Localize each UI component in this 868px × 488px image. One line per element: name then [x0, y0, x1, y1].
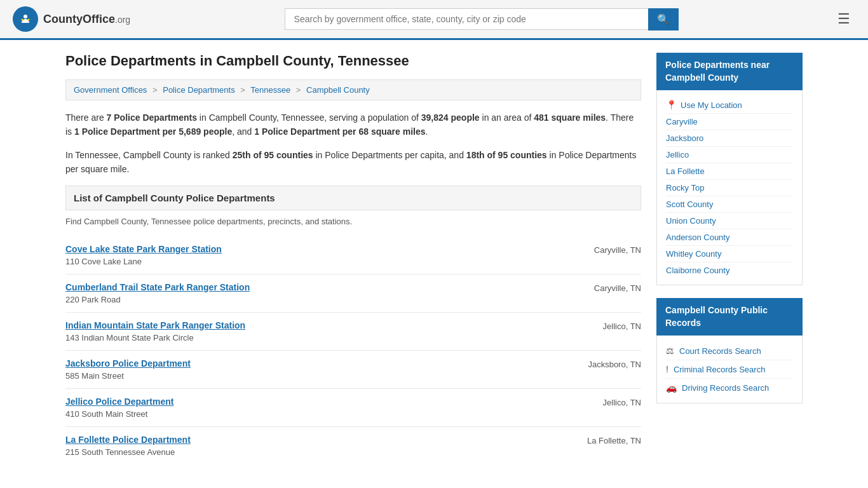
pr-label: Driving Records Search — [682, 383, 769, 393]
breadcrumb-sep-3: > — [296, 85, 301, 95]
dept-row: Cove Lake State Park Ranger Station 110 … — [65, 244, 641, 266]
site-header: CountyOffice.org 🔍 ☰ — [0, 0, 868, 40]
dept-info: Jellico Police Department 410 South Main… — [65, 396, 173, 419]
dept-address: 220 Park Road — [65, 295, 121, 304]
description-para2: In Tennessee, Campbell County is ranked … — [65, 148, 641, 177]
dept-name-link[interactable]: Cumberland Trail State Park Ranger Stati… — [65, 282, 250, 292]
content-wrapper: Police Departments in Campbell County, T… — [53, 40, 815, 477]
dept-address: 585 Main Street — [65, 371, 124, 381]
dept-info: Jacksboro Police Department 585 Main Str… — [65, 358, 191, 381]
nearby-link[interactable]: Anderson County — [666, 229, 793, 246]
sidebar-public-records-body: ⚖Court Records Search!Criminal Records S… — [656, 336, 803, 403]
public-records-link[interactable]: !Criminal Records Search — [666, 360, 793, 379]
nearby-link[interactable]: Scott County — [666, 196, 793, 213]
pr-icon: ! — [666, 364, 668, 374]
dept-row: Indian Mountain State Park Ranger Statio… — [65, 320, 641, 342]
nearby-link[interactable]: Union County — [666, 213, 793, 229]
nearby-link[interactable]: La Follette — [666, 163, 793, 180]
logo-text: CountyOffice.org — [43, 13, 130, 26]
pr-label: Court Records Search — [679, 346, 761, 356]
dept-row: La Follette Police Department 215 South … — [65, 435, 641, 457]
search-input[interactable] — [285, 8, 648, 30]
search-icon: 🔍 — [657, 14, 670, 25]
logo-icon — [13, 6, 38, 32]
list-item: Cove Lake State Park Ranger Station 110 … — [65, 236, 641, 274]
sidebar-public-records-header: Campbell County Public Records — [656, 298, 803, 336]
dept-address: 215 South Tennessee Avenue — [65, 447, 175, 457]
nearby-link[interactable]: Caryville — [666, 114, 793, 130]
dept-name-link[interactable]: Jacksboro Police Department — [65, 358, 191, 369]
dept-row: Jellico Police Department 410 South Main… — [65, 396, 641, 419]
dept-row: Jacksboro Police Department 585 Main Str… — [65, 358, 641, 381]
breadcrumb-sep-2: > — [240, 85, 245, 95]
list-item: La Follette Police Department 215 South … — [65, 427, 641, 464]
dept-name-link[interactable]: Cove Lake State Park Ranger Station — [65, 244, 222, 254]
svg-point-3 — [28, 19, 30, 21]
pr-label: Criminal Records Search — [674, 365, 766, 374]
use-location-link[interactable]: 📍 Use My Location — [666, 97, 793, 114]
department-list: Cove Lake State Park Ranger Station 110 … — [65, 236, 641, 464]
nearby-link[interactable]: Jellico — [666, 147, 793, 163]
dept-name-link[interactable]: Jellico Police Department — [65, 396, 173, 407]
sidebar-nearby-header: Police Departments near Campbell County — [656, 53, 803, 90]
svg-point-1 — [24, 15, 27, 18]
list-item: Jellico Police Department 410 South Main… — [65, 389, 641, 427]
search-button[interactable]: 🔍 — [648, 8, 679, 30]
nearby-links-container: CaryvilleJacksboroJellicoLa FolletteRock… — [666, 114, 793, 278]
public-records-link[interactable]: ⚖Court Records Search — [666, 342, 793, 360]
list-item: Indian Mountain State Park Ranger Statio… — [65, 313, 641, 351]
dept-info: Indian Mountain State Park Ranger Statio… — [65, 320, 245, 342]
sidebar-nearby-body: 📍 Use My Location CaryvilleJacksboroJell… — [656, 90, 803, 285]
description-para1: There are 7 Police Departments in Campbe… — [65, 111, 641, 139]
search-area: 🔍 — [285, 8, 679, 30]
location-icon: 📍 — [666, 100, 677, 110]
dept-info: Cumberland Trail State Park Ranger Stati… — [65, 282, 250, 304]
dept-address: 410 South Main Street — [65, 409, 147, 419]
breadcrumb-link-pd[interactable]: Police Departments — [163, 85, 234, 95]
breadcrumb: Government Offices > Police Departments … — [65, 79, 641, 100]
dept-info: Cove Lake State Park Ranger Station 110 … — [65, 244, 222, 266]
page-title: Police Departments in Campbell County, T… — [65, 53, 641, 69]
logo-area: CountyOffice.org — [13, 6, 130, 32]
dept-city: Caryville, TN — [594, 244, 641, 255]
dept-city: Jellico, TN — [603, 396, 641, 407]
nearby-link[interactable]: Claiborne County — [666, 262, 793, 278]
nearby-link[interactable]: Jacksboro — [666, 130, 793, 147]
dept-name-link[interactable]: Indian Mountain State Park Ranger Statio… — [65, 320, 245, 330]
list-section-header: List of Campbell County Police Departmen… — [65, 186, 641, 210]
svg-point-2 — [22, 19, 24, 21]
dept-address: 143 Indian Mount State Park Circle — [65, 333, 194, 342]
breadcrumb-link-tn[interactable]: Tennessee — [250, 85, 290, 95]
main-content: Police Departments in Campbell County, T… — [65, 53, 641, 464]
public-records-link[interactable]: 🚗Driving Records Search — [666, 379, 793, 396]
dept-row: Cumberland Trail State Park Ranger Stati… — [65, 282, 641, 304]
hamburger-icon: ☰ — [837, 11, 850, 27]
pr-icon: ⚖ — [666, 346, 674, 356]
dept-name-link[interactable]: La Follette Police Department — [65, 435, 191, 445]
public-records-links-container: ⚖Court Records Search!Criminal Records S… — [666, 342, 793, 396]
pr-icon: 🚗 — [666, 383, 677, 393]
breadcrumb-sep-1: > — [153, 85, 158, 95]
dept-city: Jacksboro, TN — [588, 358, 641, 369]
dept-address: 110 Cove Lake Lane — [65, 257, 142, 266]
nearby-link[interactable]: Rocky Top — [666, 180, 793, 196]
sidebar: Police Departments near Campbell County … — [656, 53, 803, 464]
nearby-link[interactable]: Whitley County — [666, 246, 793, 262]
menu-button[interactable]: ☰ — [832, 8, 855, 30]
list-section-subtitle: Find Campbell County, Tennessee police d… — [65, 217, 641, 226]
breadcrumb-link-gov[interactable]: Government Offices — [74, 85, 147, 95]
dept-city: La Follette, TN — [587, 435, 641, 445]
breadcrumb-link-county[interactable]: Campbell County — [306, 85, 370, 95]
dept-city: Jellico, TN — [603, 320, 641, 331]
dept-city: Caryville, TN — [594, 282, 641, 293]
dept-info: La Follette Police Department 215 South … — [65, 435, 191, 457]
sidebar-public-records-section: Campbell County Public Records ⚖Court Re… — [656, 298, 803, 403]
list-item: Jacksboro Police Department 585 Main Str… — [65, 351, 641, 389]
list-item: Cumberland Trail State Park Ranger Stati… — [65, 274, 641, 313]
sidebar-nearby-section: Police Departments near Campbell County … — [656, 53, 803, 285]
